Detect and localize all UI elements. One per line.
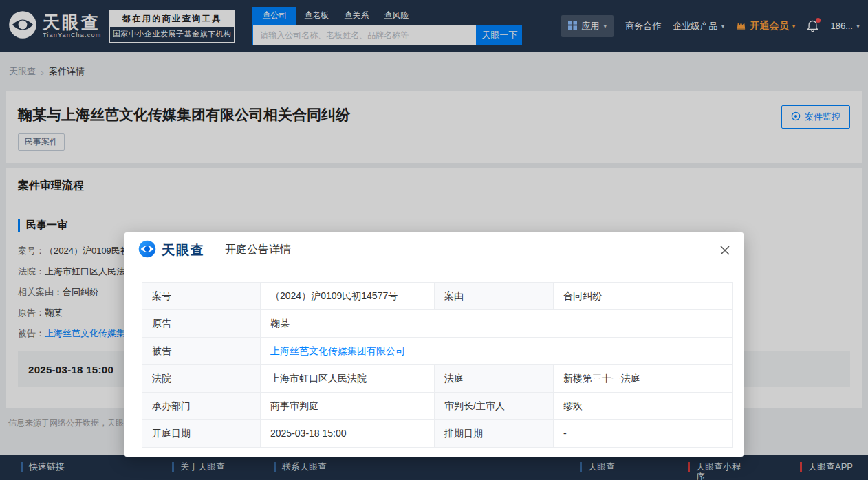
table-row: 开庭日期 2025-03-18 15:00 排期日期 -: [142, 420, 733, 448]
field-value: （2024）沪0109民初14577号: [261, 283, 435, 310]
field-label: 审判长/主审人: [435, 393, 554, 420]
field-label: 被告: [142, 338, 261, 365]
tianyancha-logo-icon: [138, 240, 156, 261]
divider: [215, 243, 215, 258]
page: 天眼查 TianYanCha.com 都在用的商业查询工具 国家中小企业发展子基…: [0, 0, 868, 480]
modal-brand-name: 天眼查: [162, 241, 205, 259]
field-label: 案由: [435, 283, 554, 310]
field-value: -: [554, 420, 733, 448]
table-row: 法院 上海市虹口区人民法院 法庭 新楼第三十一法庭: [142, 365, 733, 393]
modal-header: 天眼查 开庭公告详情: [124, 232, 744, 268]
field-label: 承办部门: [142, 393, 261, 420]
table-row: 被告 上海丝芭文化传媒集团有限公司: [142, 338, 733, 365]
modal-title: 开庭公告详情: [225, 243, 291, 257]
field-value: 缪欢: [554, 393, 733, 420]
field-label: 法院: [142, 365, 261, 393]
field-label: 案号: [142, 283, 261, 310]
field-value: 商事审判庭: [261, 393, 435, 420]
field-value: 新楼第三十一法庭: [554, 365, 733, 393]
table-row: 案号 （2024）沪0109民初14577号 案由 合同纠纷: [142, 283, 733, 310]
modal-body: 案号 （2024）沪0109民初14577号 案由 合同纠纷 原告 鞠某 被告 …: [124, 268, 744, 457]
hearing-detail-table: 案号 （2024）沪0109民初14577号 案由 合同纠纷 原告 鞠某 被告 …: [142, 282, 733, 448]
field-value: 鞠某: [261, 310, 733, 338]
close-icon[interactable]: [719, 244, 731, 257]
table-row: 原告 鞠某: [142, 310, 733, 338]
field-value: 上海市虹口区人民法院: [261, 365, 435, 393]
field-label: 法庭: [435, 365, 554, 393]
field-label: 开庭日期: [142, 420, 261, 448]
field-label: 原告: [142, 310, 261, 338]
field-label: 排期日期: [435, 420, 554, 448]
hearing-detail-modal: 天眼查 开庭公告详情 案号 （2024）沪0109民初14577号 案由 合同纠…: [124, 232, 744, 457]
field-value: 合同纠纷: [554, 283, 733, 310]
field-value: 2025-03-18 15:00: [261, 420, 435, 448]
defendant-company-link[interactable]: 上海丝芭文化传媒集团有限公司: [261, 338, 733, 365]
table-row: 承办部门 商事审判庭 审判长/主审人 缪欢: [142, 393, 733, 420]
